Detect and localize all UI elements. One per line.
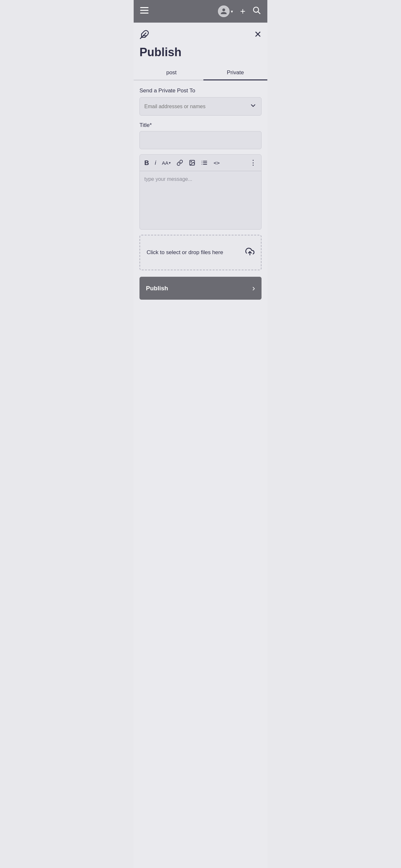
font-size-button[interactable]: AA ▾ (162, 160, 171, 166)
form-section: Send a Private Post To Title* B i AA ▾ (140, 81, 261, 300)
svg-point-3 (253, 7, 258, 12)
upload-icon (245, 247, 254, 258)
tab-post[interactable]: post (140, 66, 204, 80)
image-button[interactable] (189, 159, 195, 166)
svg-line-4 (258, 11, 260, 14)
feather-icon (140, 30, 149, 42)
code-button[interactable]: <> (213, 160, 220, 166)
add-icon[interactable]: + (240, 6, 245, 17)
send-label: Send a Private Post To (140, 88, 261, 94)
navbar-right: ▾ + (218, 5, 261, 17)
publish-button[interactable]: Publish › (140, 277, 261, 300)
tab-private[interactable]: Private (204, 66, 267, 80)
hamburger-icon[interactable] (140, 7, 149, 16)
publish-label: Publish (146, 285, 168, 292)
tabs-container: post Private (134, 66, 267, 81)
bold-button[interactable]: B (144, 159, 149, 166)
title-label: Title* (140, 122, 261, 128)
navbar: ▾ + (134, 0, 267, 23)
page-title: Publish (140, 45, 261, 59)
title-input[interactable] (140, 131, 261, 149)
list-button[interactable] (201, 159, 208, 166)
close-button[interactable]: ✕ (254, 29, 261, 40)
editor-placeholder: type your message... (144, 176, 192, 182)
main-content: ✕ Publish post Private Send a Private Po… (134, 23, 267, 868)
header-row: ✕ (140, 29, 261, 42)
user-avatar-button[interactable]: ▾ (218, 5, 233, 17)
italic-button[interactable]: i (155, 159, 156, 166)
search-icon[interactable] (252, 6, 261, 17)
dropdown-icon[interactable] (250, 102, 257, 111)
publish-arrow-icon: › (252, 283, 255, 293)
svg-point-8 (191, 161, 192, 162)
svg-rect-0 (140, 7, 149, 8)
editor-container: B i AA ▾ (140, 154, 261, 229)
chevron-down-icon: ▾ (231, 9, 233, 14)
file-drop-area[interactable]: Click to select or drop files here (140, 235, 261, 270)
navbar-left (140, 7, 149, 16)
editor-toolbar: B i AA ▾ (140, 155, 261, 171)
file-drop-label: Click to select or drop files here (147, 249, 223, 256)
avatar (218, 5, 229, 17)
email-input-wrapper[interactable] (140, 97, 261, 116)
svg-rect-2 (140, 12, 149, 13)
more-options-button[interactable]: ⋮ (250, 159, 257, 167)
link-button[interactable] (177, 159, 183, 166)
svg-rect-1 (140, 10, 149, 11)
email-input[interactable] (144, 104, 250, 110)
editor-body[interactable]: type your message... (140, 171, 261, 229)
